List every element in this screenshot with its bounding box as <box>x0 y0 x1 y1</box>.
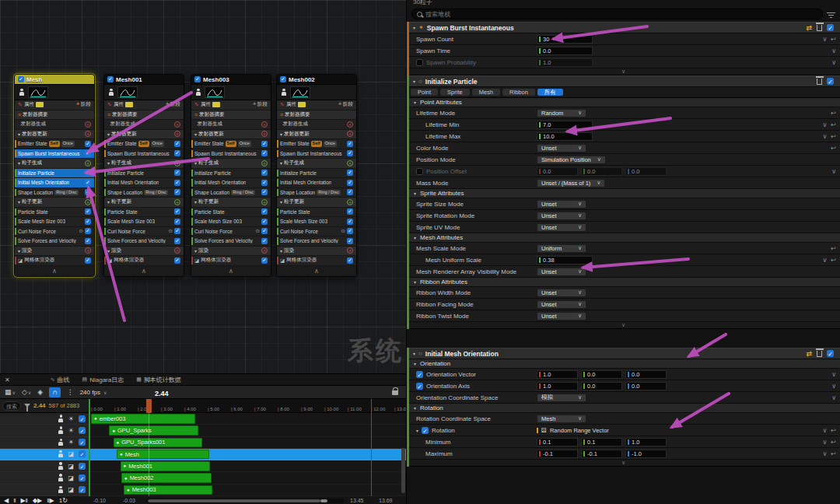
node-module-row[interactable]: Solve Forces and Velocity✓ <box>191 236 271 247</box>
module-enabled-checkbox[interactable]: ✓ <box>347 189 353 195</box>
node-module-row[interactable]: Shape LocationRing / Disc✓ <box>191 188 271 198</box>
shuffle-icon[interactable]: ⇄ <box>806 24 812 32</box>
track-enabled-checkbox[interactable]: ✓ <box>79 415 86 422</box>
track-enabled-checkbox[interactable]: ✓ <box>79 427 86 434</box>
scrollbar-handle[interactable] <box>320 499 327 502</box>
node-module-row[interactable]: Solve Forces and Velocity✓ <box>104 236 184 247</box>
section-enabled-checkbox[interactable]: ✓ <box>827 78 834 85</box>
property-dropdown[interactable]: 模拟∨ <box>537 394 586 402</box>
node-module-row[interactable]: Emitter StateSelfOnce✓ <box>277 139 356 149</box>
node-row-group[interactable]: ▾渲染+ <box>104 247 184 257</box>
module-enabled-checkbox[interactable]: ✓ <box>261 238 268 244</box>
attribute-group-header[interactable]: ▾Sprite Attributes <box>407 189 840 198</box>
property-value-field[interactable]: 0.38 <box>537 256 593 264</box>
node-module-row[interactable]: Initialize Particle✓ <box>104 169 184 179</box>
track-enabled-checkbox[interactable]: ✓ <box>79 474 86 481</box>
play-button[interactable]: ‖▶ <box>47 497 54 504</box>
expand-arrow-icon[interactable]: ▾ <box>194 248 197 254</box>
expand-arrow-icon[interactable]: ▾ <box>194 160 197 166</box>
emitter-node-Mesh001[interactable]: ✓Mesh001✎属性+ 阶段≡发射器摘要 发射器生成+▾发射器更新+Emitt… <box>103 74 184 277</box>
module-enabled-checkbox[interactable]: ✓ <box>347 170 353 176</box>
more-options-button[interactable]: ⋮ <box>67 388 74 396</box>
playhead-handle[interactable] <box>146 399 152 413</box>
track-lane-GPU_Sparks[interactable]: ●GPU_Sparks <box>89 425 406 436</box>
module-enabled-checkbox[interactable]: ✓ <box>85 208 91 215</box>
node-row-group[interactable]: ▾粒子更新+ <box>191 198 271 208</box>
node-row-group[interactable]: ▾发射器更新+ <box>277 130 356 140</box>
expand-arrow-icon[interactable]: ▾ <box>414 235 416 240</box>
add-module-icon[interactable]: + <box>174 121 180 128</box>
track-header-Mesh003[interactable]: ◪✓ <box>0 485 89 496</box>
chevron-down-icon[interactable]: ∨ <box>831 371 836 378</box>
node-module-row[interactable]: Scale Mesh Size 003✓ <box>191 217 271 227</box>
node-module-row[interactable]: Shape LocationRing / Disc✓ <box>104 188 184 198</box>
expand-arrow-icon[interactable]: ▾ <box>107 199 110 205</box>
node-module-row[interactable]: Curl Noise Force⊙✓ <box>104 227 184 237</box>
vector-component-field[interactable]: 1.0 <box>537 382 578 390</box>
node-module-row[interactable]: ◪网格体渲染器✓ <box>277 256 356 266</box>
expand-arrow-icon[interactable]: ▾ <box>194 199 197 205</box>
property-dropdown[interactable]: Unset∨ <box>537 289 586 297</box>
search-input[interactable] <box>425 11 817 18</box>
module-enabled-checkbox[interactable]: ✓ <box>261 219 268 225</box>
module-enabled-checkbox[interactable]: ✓ <box>174 208 180 215</box>
track-header-Mesh[interactable]: ◪✓ <box>0 449 89 460</box>
stack-section-header[interactable]: ▾○Initial Mesh Orientation⇄✓ <box>407 348 840 359</box>
chevron-down-icon[interactable]: ∨ <box>822 121 827 128</box>
play-to-next-button[interactable]: ◆▶ <box>33 497 42 504</box>
node-module-row[interactable]: Curl Noise Force⊙✓ <box>277 227 356 237</box>
property-dropdown[interactable]: Unset∨ <box>537 300 586 309</box>
module-enabled-checkbox[interactable]: ✓ <box>85 228 91 234</box>
node-row-group[interactable]: ▾渲染+ <box>277 247 356 257</box>
node-row-properties[interactable]: ✎属性+ 阶段 <box>191 100 271 110</box>
emitter-node-header[interactable]: ✓Mesh003 <box>191 75 271 85</box>
add-module-icon[interactable]: + <box>261 247 268 254</box>
node-module-row[interactable]: Spawn Burst Instantaneous✓ <box>15 149 94 159</box>
pause-button[interactable]: ‖ <box>13 497 16 504</box>
emitter-node-Mesh002[interactable]: ✓Mesh002✎属性+ 阶段≡发射器摘要 发射器生成+▾发射器更新+Emitt… <box>276 74 357 277</box>
module-enabled-checkbox[interactable]: ✓ <box>347 180 353 186</box>
goto-keyframe-button[interactable]: ◈ <box>37 388 43 396</box>
vector-component-field[interactable]: 0.0 <box>581 382 622 390</box>
add-module-icon[interactable]: + <box>85 160 91 166</box>
expand-arrow-icon[interactable]: ▾ <box>107 131 110 137</box>
emitter-node-header[interactable]: ✓Mesh001 <box>104 75 184 85</box>
node-module-row[interactable]: Emitter StateSelfOnce✓ <box>15 139 94 149</box>
node-module-row[interactable]: Spawn Burst Instantaneous✓ <box>277 149 356 159</box>
add-stage-button[interactable]: + 阶段 <box>76 101 91 108</box>
loop-button[interactable]: 1↻ <box>59 497 68 504</box>
chevron-down-icon[interactable]: ∨ <box>822 450 827 457</box>
property-checkbox[interactable]: ✓ <box>416 371 423 378</box>
module-enabled-checkbox[interactable]: ✓ <box>174 180 180 186</box>
timeline-ruler[interactable]: | 0.00| 1.00| 2.00| 3.00| 4.00| 5.00| 6.… <box>89 399 406 412</box>
add-module-icon[interactable]: + <box>85 121 91 128</box>
add-module-icon[interactable]: + <box>261 131 268 137</box>
expand-arrow-icon[interactable]: ▾ <box>414 100 416 105</box>
vector-component-field[interactable]: 1.0 <box>625 438 667 446</box>
node-module-row[interactable]: Particle State✓ <box>191 208 271 218</box>
property-dropdown[interactable]: Unset∨ <box>537 144 586 152</box>
sequencer-search-pill[interactable]: 搜索 <box>2 401 21 411</box>
eye-icon[interactable]: ⊙ <box>169 228 173 234</box>
add-module-icon[interactable]: + <box>347 247 353 254</box>
node-row-emitter-summary[interactable]: ≡发射器摘要 <box>104 110 184 121</box>
module-enabled-checkbox[interactable]: ✓ <box>347 257 353 264</box>
property-dropdown[interactable]: Random∨ <box>537 109 586 117</box>
reset-to-default-icon[interactable]: ↩ <box>831 36 836 43</box>
snapping-magnet-button[interactable]: ∩ <box>49 387 61 397</box>
add-module-icon[interactable]: + <box>174 160 180 166</box>
track-bar[interactable]: ●ember003 <box>91 414 195 424</box>
track-lane-Mesh001[interactable]: ●Mesh001 <box>89 460 406 472</box>
eye-icon[interactable]: ⊙ <box>256 228 260 234</box>
property-value-field[interactable]: 30 <box>537 35 593 44</box>
node-enabled-checkbox[interactable]: ✓ <box>107 76 114 82</box>
trash-icon[interactable] <box>817 25 822 31</box>
attribute-group-header[interactable]: ▾Ribbon Attributes <box>407 278 840 287</box>
vector-component-field[interactable]: 0.1 <box>537 438 578 446</box>
module-enabled-checkbox[interactable]: ✓ <box>85 150 91 156</box>
add-module-icon[interactable]: + <box>85 247 91 254</box>
node-row-properties[interactable]: ✎属性+ 阶段 <box>15 100 94 110</box>
expand-arrow-icon[interactable]: ▾ <box>414 279 416 285</box>
property-checkbox[interactable]: ✓ <box>416 383 423 390</box>
module-enabled-checkbox[interactable]: ✓ <box>174 238 180 244</box>
